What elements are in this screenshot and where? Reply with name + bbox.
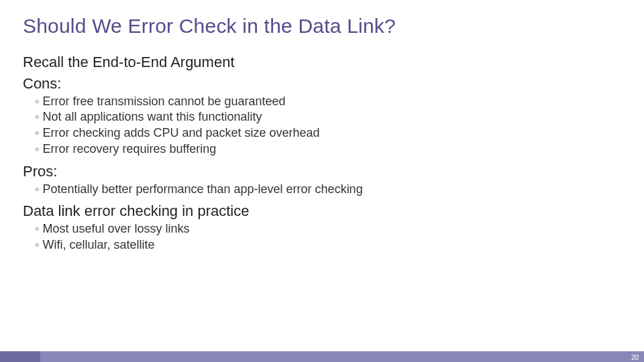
list-item: Wifi, cellular, satellite <box>35 237 621 253</box>
footer-bar <box>0 351 644 362</box>
list-item: Error checking adds CPU and packet size … <box>35 125 621 141</box>
recall-heading: Recall the End-to-End Argument <box>23 54 621 71</box>
list-item: Not all applications want this functiona… <box>35 109 621 125</box>
list-item: Error recovery requires buffering <box>35 141 621 158</box>
footer-accent <box>0 351 40 362</box>
list-item: Error free transmission cannot be guaran… <box>35 94 621 110</box>
list-item: Most useful over lossy links <box>35 221 621 237</box>
cons-list: Error free transmission cannot be guaran… <box>23 94 621 158</box>
list-item: Potentially better performance than app-… <box>35 182 621 198</box>
practice-list: Most useful over lossy links Wifi, cellu… <box>23 221 621 253</box>
slide-title: Should We Error Check in the Data Link? <box>23 13 621 39</box>
slide: Should We Error Check in the Data Link? … <box>0 0 644 362</box>
cons-heading: Cons: <box>23 75 621 93</box>
practice-heading: Data link error checking in practice <box>23 202 621 220</box>
pros-list: Potentially better performance than app-… <box>23 182 621 198</box>
pros-heading: Pros: <box>23 163 621 180</box>
page-number: 20 <box>631 354 639 361</box>
